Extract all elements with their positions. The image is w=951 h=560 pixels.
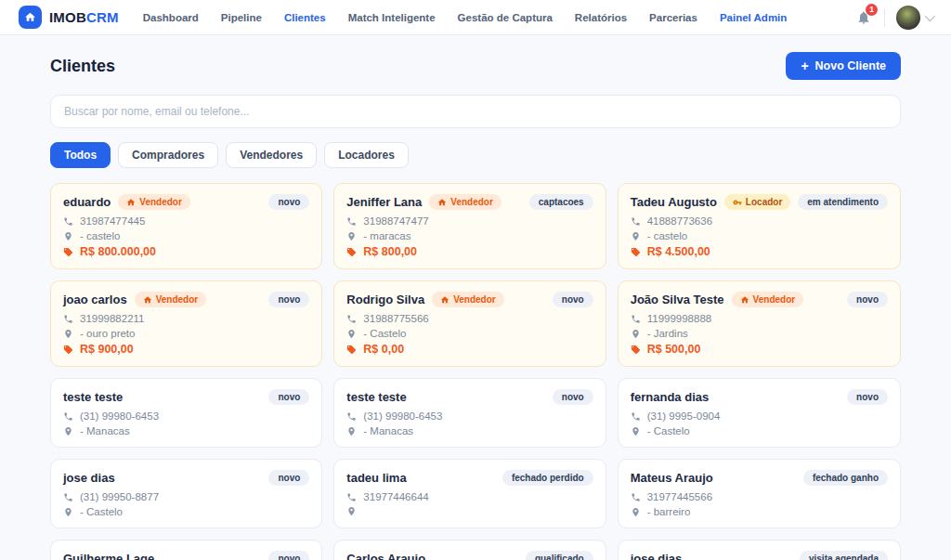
nav-item[interactable]: Gestão de Captura — [458, 12, 553, 23]
price-tag-icon — [631, 345, 641, 355]
house-icon — [126, 198, 136, 207]
client-location: - Castelo — [363, 328, 406, 339]
client-status-badge: novo — [553, 292, 593, 307]
filter-pill[interactable]: Vendedores — [226, 142, 317, 168]
client-status-badge: novo — [847, 292, 888, 307]
price-tag-icon — [631, 247, 641, 257]
client-phone: 31999882211 — [80, 313, 145, 324]
client-name: fernanda dias — [631, 390, 710, 404]
client-location: - castelo — [80, 230, 120, 241]
user-menu[interactable] — [896, 6, 932, 30]
nav-item[interactable]: Clientes — [284, 12, 326, 23]
client-role-badge: Vendedor — [118, 194, 190, 210]
client-card[interactable]: João Silva Teste Vendedor novo 119999988… — [618, 280, 901, 367]
client-card[interactable]: tadeu lima fechado perdido 31977446644 — [333, 459, 606, 528]
location-pin-icon — [346, 231, 357, 241]
client-status-badge: novo — [268, 194, 309, 210]
client-name: João Silva Teste — [631, 293, 724, 306]
main-content: Clientes + Novo Cliente Todos Compradore… — [0, 35, 951, 560]
client-card[interactable]: teste teste novo (31) 99980-6453 - Manac… — [333, 378, 606, 448]
phone-icon — [631, 411, 641, 422]
client-location: - Manacas — [80, 425, 130, 436]
notifications-button[interactable]: 1 — [854, 8, 873, 27]
client-phone: 31988775566 — [363, 313, 428, 324]
brand-name: IMOBCRM — [49, 9, 119, 25]
client-card[interactable]: Guilherme Lage novo 31999509009 - Castel… — [50, 540, 322, 560]
location-pin-icon — [346, 426, 357, 436]
filter-pill[interactable]: Compradores — [118, 142, 218, 168]
client-card[interactable]: teste teste novo (31) 99980-6453 - Manac… — [50, 378, 322, 448]
phone-icon — [631, 314, 641, 324]
client-status-badge: qualificado — [526, 551, 593, 560]
brand-logo[interactable]: IMOBCRM — [19, 6, 119, 29]
filter-pill[interactable]: Locadores — [324, 142, 409, 168]
client-name: Guilherme Lage — [63, 552, 154, 560]
nav-item[interactable]: Parcerias — [649, 12, 697, 23]
client-phone: 41888773636 — [647, 215, 712, 227]
client-card[interactable]: Mateus Araujo fechado ganho 31977445566 … — [618, 459, 901, 528]
price-tag-icon — [346, 247, 357, 257]
client-price-line: R$ 800.000,00 — [63, 245, 309, 258]
phone-icon — [63, 216, 73, 227]
client-price-line: R$ 0,00 — [346, 343, 593, 356]
client-price: R$ 800.000,00 — [80, 245, 156, 258]
client-price: R$ 4.500,00 — [647, 245, 710, 258]
client-card[interactable]: jose dias visita agendada 319995048484 -… — [618, 540, 901, 560]
client-card[interactable]: fernanda dias novo (31) 9995-0904 - Cast… — [618, 378, 901, 448]
plus-icon: + — [801, 59, 808, 72]
client-location: - barreiro — [647, 506, 691, 517]
client-role-badge: Vendedor — [732, 292, 804, 307]
client-status-badge: novo — [268, 551, 309, 560]
client-name: eduardo — [63, 195, 111, 209]
client-status-badge: fechado ganho — [803, 470, 888, 486]
client-status-badge: novo — [847, 389, 888, 405]
key-icon — [733, 198, 742, 207]
house-icon — [143, 295, 152, 305]
client-phone: 31977446644 — [363, 491, 428, 502]
client-card[interactable]: Tadeu Augusto Locador em atendimento 418… — [618, 183, 901, 269]
client-price-line: R$ 800,00 — [346, 245, 593, 258]
client-name: Rodrigo Silva — [346, 293, 424, 306]
phone-icon — [631, 492, 641, 502]
price-tag-icon — [63, 247, 73, 257]
filter-tabs: Todos Compradores Vendedores Locadores — [50, 142, 901, 168]
client-role-badge: Locador — [724, 194, 790, 210]
client-card[interactable]: Carlos Araujo qualificado 319994433322 -… — [333, 540, 606, 560]
divider — [884, 8, 885, 27]
price-tag-icon — [346, 345, 357, 355]
location-pin-icon — [63, 231, 73, 241]
client-location: - Jardins — [647, 328, 688, 339]
client-card[interactable]: joao carlos Vendedor novo 31999882211 - … — [50, 280, 322, 367]
client-location: - Castelo — [80, 506, 123, 517]
location-pin-icon — [631, 507, 641, 517]
house-icon — [740, 295, 749, 305]
client-phone: 31987477445 — [80, 215, 145, 227]
location-pin-icon — [63, 507, 73, 517]
page-title: Clientes — [50, 57, 115, 76]
client-card[interactable]: Rodrigo Silva Vendedor novo 31988775566 … — [333, 280, 606, 367]
client-price-line: R$ 500,00 — [631, 343, 888, 356]
house-icon — [440, 295, 449, 305]
nav-item[interactable]: Painel Admin — [720, 12, 787, 23]
client-card[interactable]: Jeniffer Lana Vendedor captacoes 3198874… — [333, 183, 606, 269]
nav-item[interactable]: Match Inteligente — [348, 12, 436, 23]
client-price-line: R$ 900,00 — [63, 343, 309, 356]
client-card[interactable]: eduardo Vendedor novo 31987477445 - cast… — [50, 183, 322, 269]
topbar-right: 1 — [854, 6, 932, 30]
client-card[interactable]: jose dias novo (31) 99950-8877 - Castelo — [50, 459, 322, 528]
role-label: Vendedor — [753, 294, 796, 305]
client-location: - ouro preto — [80, 328, 135, 339]
client-price: R$ 800,00 — [363, 245, 417, 258]
client-status-badge: novo — [268, 292, 309, 307]
nav-item[interactable]: Pipeline — [221, 12, 262, 23]
new-client-button[interactable]: + Novo Cliente — [786, 52, 901, 80]
client-price-line: R$ 4.500,00 — [631, 245, 888, 258]
nav-item[interactable]: Relatórios — [575, 12, 627, 23]
filter-pill[interactable]: Todos — [50, 142, 111, 168]
location-pin-icon — [631, 231, 641, 241]
nav-item[interactable]: Dashboard — [143, 12, 199, 23]
search-input[interactable] — [50, 95, 901, 128]
role-label: Locador — [746, 197, 782, 207]
client-name: Jeniffer Lana — [346, 195, 422, 209]
client-location: - Manacas — [363, 425, 413, 436]
